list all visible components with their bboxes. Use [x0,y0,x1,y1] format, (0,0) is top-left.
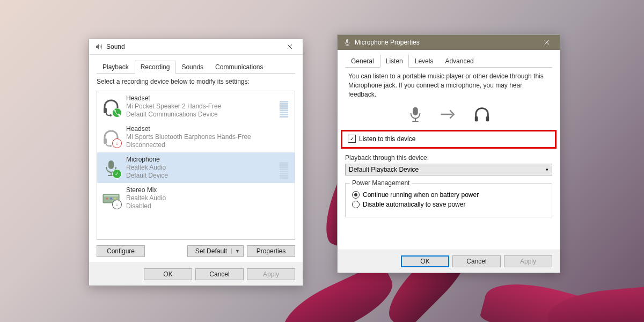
dialog-buttons: OK Cancel Apply [338,250,560,273]
tab-recording[interactable]: Recording [135,61,176,74]
apply-button[interactable]: Apply [247,268,295,280]
svg-rect-0 [104,108,107,113]
tab-row: General Listen Levels Advanced [345,54,552,68]
device-status: Default Communications Device [126,111,274,119]
device-status: Disconnected [126,141,290,149]
listen-checkbox-label: Listen to this device [359,135,415,143]
radio-button [352,191,360,199]
radio-label: Continue running when on battery power [363,191,479,199]
tab-sounds[interactable]: Sounds [175,61,209,74]
ok-button[interactable]: OK [144,268,192,280]
radio-continue-running[interactable]: Continue running when on battery power [352,191,545,199]
level-meter [280,96,288,118]
configure-button[interactable]: Configure [97,245,145,257]
svg-rect-3 [104,138,107,144]
device-item[interactable]: ✓ Microphone Realtek Audio Default Devic… [97,152,295,183]
down-arrow-badge-icon: ↓ [112,200,122,209]
tab-listen[interactable]: Listen [380,55,409,68]
close-button[interactable] [536,35,558,50]
svg-rect-13 [104,195,118,196]
device-desc: Mi Sports Bluetooth Earphones Hands-Free [126,133,290,141]
tab-levels[interactable]: Levels [409,55,440,68]
tab-general[interactable]: General [345,55,380,68]
tab-communications[interactable]: Communications [209,61,269,74]
down-arrow-badge-icon: ↓ [112,138,122,148]
cancel-button[interactable]: Cancel [452,255,501,267]
close-icon [287,44,292,49]
dialog-buttons: OK Cancel Apply [89,262,303,286]
checkbox-box: ✓ [348,135,356,143]
playback-device-value: Default Playback Device [349,166,419,173]
chevron-down-icon: ▾ [546,167,548,172]
playback-device-select[interactable]: Default Playback Device ▾ [345,164,552,175]
group-title: Power Management [350,179,412,187]
microphone-icon [406,105,425,123]
device-list[interactable]: Headset Mi Pocket Speaker 2 Hands-Free D… [97,91,295,240]
power-management-group: Power Management Continue running when o… [345,183,552,217]
device-status: Default Device [126,172,274,180]
radio-button [352,201,360,208]
svg-rect-17 [413,107,418,115]
instruction-text: Select a recording device below to modif… [97,78,295,85]
flow-diagram [345,105,552,123]
speaker-icon [94,42,103,51]
tab-advanced[interactable]: Advanced [439,55,479,68]
titlebar[interactable]: Microphone Properties [338,35,560,50]
ok-button[interactable]: OK [401,255,449,267]
background-leaf [546,284,644,322]
tab-playback[interactable]: Playback [97,61,135,74]
headset-icon: ↓ [101,128,121,147]
sound-window: Sound Playback Recording Sounds Communic… [89,39,303,286]
soundcard-icon: ↓ [101,189,121,208]
arrow-right-icon [440,105,458,123]
headphones-icon [473,105,491,123]
radio-label: Disable automatically to save power [363,201,465,208]
device-name: Headset [126,94,274,103]
svg-point-2 [109,114,112,116]
level-meter [280,157,288,179]
titlebar[interactable]: Sound [89,39,303,55]
window-title: Microphone Properties [355,39,536,46]
properties-button[interactable]: Properties [247,245,295,257]
device-item[interactable]: ↓ Stereo Mix Realtek Audio Disabled [97,183,295,214]
set-default-label: Set Default [195,247,227,255]
svg-rect-6 [108,160,114,169]
radio-disable-auto[interactable]: Disable automatically to save power [352,201,545,208]
svg-point-12 [114,197,116,200]
headset-icon [101,97,121,116]
description-text: You can listen to a portable music playe… [348,72,549,99]
device-desc: Realtek Audio [126,194,290,202]
device-status: Disabled [126,202,290,210]
microphone-properties-window: Microphone Properties General Listen Lev… [337,34,560,273]
svg-point-5 [109,145,112,147]
cancel-button[interactable]: Cancel [195,268,244,280]
listen-checkbox[interactable]: ✓ Listen to this device [348,135,550,143]
svg-rect-20 [475,116,478,121]
svg-rect-14 [346,39,348,43]
set-default-button[interactable]: Set Default ▼ [187,245,244,257]
checkmark-badge-icon: ✓ [112,169,122,179]
microphone-icon [343,38,352,47]
phone-badge-icon [112,108,122,118]
device-name: Stereo Mix [126,186,290,194]
device-name: Microphone [126,156,274,164]
svg-point-11 [110,197,112,200]
device-item[interactable]: Headset Mi Pocket Speaker 2 Hands-Free D… [97,91,295,122]
chevron-down-icon: ▼ [231,248,240,254]
apply-button[interactable]: Apply [504,255,552,267]
window-title: Sound [106,43,279,50]
playback-label: Playback through this device: [345,154,552,162]
device-name: Headset [126,125,290,133]
microphone-icon: ✓ [101,158,121,178]
highlight-box: ✓ Listen to this device [341,130,557,149]
svg-point-10 [106,197,108,200]
device-item[interactable]: ↓ Headset Mi Sports Bluetooth Earphones … [97,122,295,152]
device-desc: Realtek Audio [126,164,274,172]
close-button[interactable] [279,39,301,54]
svg-rect-21 [486,116,489,121]
device-desc: Mi Pocket Speaker 2 Hands-Free [126,103,274,111]
close-icon [544,40,550,45]
tab-row: Playback Recording Sounds Communications [97,60,295,74]
